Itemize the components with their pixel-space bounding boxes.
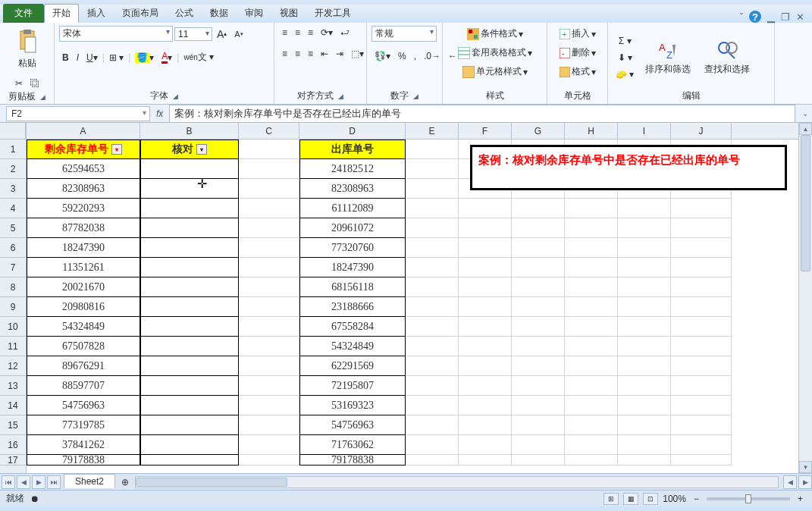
zoom-out-icon[interactable]: − [691,492,702,506]
formula-expand-icon[interactable]: ⌄ [798,109,812,118]
cell[interactable] [406,159,459,179]
view-break-icon[interactable]: ⊡ [643,493,658,505]
cell[interactable] [618,356,671,376]
cell[interactable] [565,337,618,356]
cell[interactable]: 71763062 [299,435,406,455]
cell[interactable] [671,455,732,466]
cell[interactable] [406,455,459,466]
cell[interactable]: 18247390 [299,258,406,277]
tab-next-icon[interactable]: ▶ [32,475,45,489]
cell[interactable] [565,455,618,466]
cell[interactable] [512,455,565,466]
indent-right-icon[interactable]: ⇥ [333,47,346,61]
cell[interactable] [671,199,732,218]
new-sheet-icon[interactable]: ⊕ [118,475,132,489]
cell[interactable] [565,277,618,297]
cell[interactable] [671,415,732,435]
cell[interactable]: 89676291 [27,356,140,376]
cell[interactable] [140,356,239,376]
row-header-5[interactable]: 5 [0,218,26,238]
cell[interactable]: 11351261 [27,258,140,277]
window-minimize-icon[interactable]: ▁ [767,11,775,23]
cell[interactable] [618,218,671,238]
row-header-13[interactable]: 13 [0,376,26,396]
decrease-font-icon[interactable]: A▾ [231,28,246,40]
cell[interactable] [406,238,459,258]
view-normal-icon[interactable]: ⊞ [604,493,619,505]
row-header-8[interactable]: 8 [0,277,26,297]
cell[interactable] [140,297,239,317]
align-center-icon[interactable]: ≡ [292,47,303,61]
cell[interactable] [239,179,299,199]
align-left-icon[interactable]: ≡ [279,47,290,61]
delete-cells-button[interactable]: -删除 ▾ [552,45,603,61]
orientation-icon[interactable]: ⟳▾ [318,26,336,39]
cell[interactable] [512,415,565,435]
cell[interactable] [406,396,459,415]
cell[interactable]: 79178838 [27,455,140,466]
zoom-slider[interactable] [707,497,790,500]
cell[interactable] [239,258,299,277]
cell[interactable] [140,159,239,179]
cell[interactable] [671,317,732,337]
cell[interactable] [671,297,732,317]
cell[interactable] [671,396,732,415]
cell[interactable] [406,258,459,277]
filter-button[interactable]: ▾ [111,144,122,155]
cell[interactable] [140,415,239,435]
cell[interactable] [671,435,732,455]
help-icon[interactable]: ? [749,11,761,23]
cell[interactable] [239,199,299,218]
cell[interactable]: 88597707 [27,376,140,396]
row-header-17[interactable]: 17 [0,455,26,466]
hscroll-thumb[interactable] [136,478,287,487]
sort-filter-button[interactable]: AZ 排序和筛选 [640,26,696,89]
view-layout-icon[interactable]: ▦ [623,493,638,505]
font-launcher[interactable]: ◢ [173,92,178,100]
cut-icon[interactable]: ✂ [12,77,26,90]
border-button[interactable]: ⊞ ▾ [106,51,127,64]
cell[interactable] [565,376,618,396]
scroll-left-icon[interactable]: ◀ [783,475,797,489]
copy-icon[interactable]: ⿻ [27,77,42,90]
cell[interactable] [459,396,512,415]
cell[interactable] [512,297,565,317]
scroll-right-icon[interactable]: ▶ [798,475,812,489]
paste-button[interactable]: 粘贴 [11,26,44,74]
cell[interactable] [239,337,299,356]
cell[interactable] [406,140,459,159]
cell[interactable] [512,277,565,297]
row-header-11[interactable]: 11 [0,337,26,356]
cell[interactable] [140,435,239,455]
number-launcher[interactable]: ◢ [413,92,419,100]
row-header-15[interactable]: 15 [0,415,26,435]
cell[interactable] [459,356,512,376]
cell[interactable]: 20980816 [27,297,140,317]
tab-data[interactable]: 数据 [202,4,237,23]
cell[interactable] [459,415,512,435]
cell[interactable] [618,199,671,218]
cell[interactable] [239,435,299,455]
cell[interactable] [140,376,239,396]
name-box[interactable]: F2 [6,106,150,121]
cell[interactable] [671,376,732,396]
cell[interactable] [239,455,299,466]
cell[interactable] [459,238,512,258]
col-header-C[interactable]: C [239,123,299,139]
formula-input[interactable]: 案例：核对剩余库存单号中是否存在已经出库的单号 [169,105,795,123]
cell[interactable] [459,376,512,396]
merge-icon[interactable]: ⬚▾ [348,47,367,61]
cell[interactable] [512,218,565,238]
cell[interactable] [565,396,618,415]
cell[interactable]: 20961072 [299,218,406,238]
cell[interactable] [512,356,565,376]
window-restore-icon[interactable]: ❐ [781,11,790,23]
underline-button[interactable]: U ▾ [83,51,101,64]
cell[interactable] [565,297,618,317]
ribbon-minimize-icon[interactable]: ˇ [740,11,743,23]
cell[interactable] [671,337,732,356]
cell[interactable] [239,396,299,415]
cell[interactable]: 79178838 [299,455,406,466]
cell[interactable] [618,317,671,337]
tab-formula[interactable]: 公式 [167,4,202,23]
